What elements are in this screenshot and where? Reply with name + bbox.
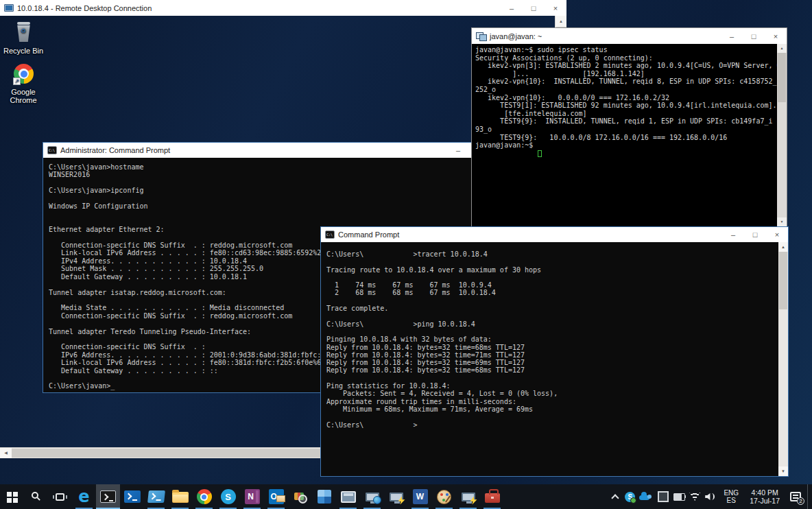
putty-close-button[interactable]: × [765, 28, 787, 44]
chrome-icon: ↗ [12, 62, 35, 86]
scroll-up-icon[interactable]: ▲ [777, 44, 787, 53]
putty-maximize-button[interactable]: □ [743, 28, 765, 44]
shortcut-arrow-icon: ↗ [13, 78, 21, 85]
cmd-terminal[interactable]: C:\Users\ >tracert 10.0.18.4 Tracing rou… [321, 242, 788, 476]
terminal-cursor [538, 150, 542, 157]
skype-tray-icon[interactable]: S [625, 492, 635, 502]
chrome-icon [197, 489, 212, 504]
desktop-icon-label: Google Chrome [1, 88, 45, 104]
admin-cmd-title: Administrator: Command Prompt [60, 146, 170, 154]
scroll-down-icon[interactable]: ▼ [778, 466, 788, 476]
command-prompt-window: C:\ Command Prompt – □ × C:\Users\ >trac… [320, 226, 789, 477]
taskbar-clock[interactable]: 4:40 PM 17-Jul-17 [745, 488, 784, 505]
taskbar: eSNOW S ENG ES 4:40 PM 17-Jul-17 2 [0, 484, 812, 509]
desktop-icon-google-chrome[interactable]: ↗ Google Chrome [1, 62, 45, 104]
vm-tray-icon[interactable] [657, 490, 669, 503]
command-prompt-icon: C:\ [47, 146, 57, 154]
admin-cmd-minimize-button[interactable]: – [448, 143, 468, 158]
taskbar-button-onenote[interactable]: N [240, 484, 264, 509]
cmd-maximize-button[interactable]: □ [744, 227, 766, 242]
putty-terminal[interactable]: javan@javan:~$ sudo ipsec status Securit… [472, 44, 787, 226]
clock-date: 17-Jul-17 [750, 497, 780, 505]
putty-minimize-button[interactable]: – [721, 28, 743, 44]
cmd-scrollbar[interactable]: ▲ ▼ [778, 242, 788, 476]
rdp-file-2-icon [462, 493, 475, 501]
cmd-close-button[interactable]: × [766, 227, 788, 242]
rdp-titlebar[interactable]: 10.0.18.4 - Remote Desktop Connection – … [0, 0, 566, 16]
scroll-down-icon[interactable]: ▼ [777, 217, 787, 226]
putty-window: javan@javan: ~ – □ × javan@javan:~$ sudo… [471, 27, 787, 227]
taskbar-button-task-view[interactable] [48, 484, 72, 509]
language-secondary: ES [720, 497, 742, 504]
scroll-up-icon[interactable]: ▲ [556, 16, 566, 27]
putty-title: javan@javan: ~ [490, 32, 542, 40]
taskbar-button-powershell[interactable] [120, 484, 144, 509]
putty-scroll-thumb[interactable] [778, 53, 786, 102]
putty-terminal-text[interactable]: javan@javan:~$ sudo ipsec status Securit… [472, 44, 777, 226]
taskbar-button-paint[interactable] [432, 484, 456, 509]
wifi-icon[interactable] [689, 490, 701, 503]
remote-desktop-icon [4, 4, 14, 12]
taskbar-button-chrome[interactable] [192, 484, 216, 509]
file-explorer-icon [172, 492, 189, 503]
show-desktop-button[interactable] [807, 484, 811, 509]
word-icon: W [413, 489, 428, 504]
task-view-icon [56, 493, 64, 501]
scroll-up-icon[interactable]: ▲ [778, 242, 788, 252]
taskbar-button-search[interactable] [24, 484, 48, 509]
cmd-titlebar[interactable]: C:\ Command Prompt – □ × [321, 227, 788, 242]
putty-scrollbar[interactable]: ▲ ▼ [777, 44, 787, 226]
taskbar-button-file-explorer[interactable] [168, 484, 192, 509]
cmd-scroll-thumb[interactable] [779, 252, 787, 309]
paint-icon [437, 490, 451, 504]
local-desktop: { "rdp": { "title": "10.0.18.4 - Remote … [0, 0, 812, 509]
rdp-window-title: 10.0.18.4 - Remote Desktop Connection [17, 4, 152, 12]
admin-cmd-titlebar[interactable]: C:\ Administrator: Command Prompt – □ × [43, 143, 534, 158]
language-indicator[interactable]: ENG ES [720, 489, 742, 504]
hidden-icons-chevron-icon[interactable] [609, 490, 621, 503]
desktop-icon-recycle-bin[interactable]: ♻ Recycle Bin [1, 21, 45, 55]
recycle-bin-icon: ♻ [12, 21, 35, 45]
taskbar-button-rdp-file[interactable] [384, 484, 408, 509]
desktop-icon-label: Recycle Bin [1, 47, 45, 55]
action-center-button[interactable]: 2 [787, 484, 804, 509]
language-primary: ENG [720, 489, 742, 497]
cmd-title: Command Prompt [338, 230, 399, 239]
taskbar-button-command-prompt[interactable] [96, 484, 120, 509]
rdp-maximize-button[interactable]: □ [523, 0, 545, 16]
onedrive-icon[interactable] [638, 490, 654, 503]
taskbar-button-toolbox[interactable] [480, 484, 504, 509]
system-tray: S ENG ES 4:40 PM 17-Jul-17 2 [609, 484, 812, 509]
rdp-close-button[interactable]: × [545, 0, 566, 16]
taskbar-button-rdp-file-2[interactable] [456, 484, 480, 509]
volume-icon[interactable] [704, 490, 717, 503]
vm-console-icon [341, 491, 356, 503]
onenote-icon: N [245, 489, 260, 504]
outlook-icon: O [269, 489, 284, 504]
cmd-minimize-button[interactable]: – [722, 227, 744, 242]
taskbar-button-skype[interactable]: S [216, 484, 240, 509]
search-icon [32, 492, 38, 499]
toolbox-icon [485, 493, 500, 503]
remote-pc-icon [366, 493, 379, 501]
scroll-left-icon[interactable]: ◀ [0, 448, 12, 458]
taskbar-button-edge[interactable]: e [72, 484, 96, 509]
taskbar-button-rdc-manager[interactable] [312, 484, 336, 509]
edge-icon: e [78, 488, 89, 505]
taskbar-button-outlook[interactable]: O [264, 484, 288, 509]
battery-icon[interactable] [673, 490, 685, 503]
taskbar-button-search-tool[interactable] [288, 484, 312, 509]
command-prompt-icon [100, 490, 116, 503]
taskbar-button-powershell-2[interactable] [144, 484, 168, 509]
taskbar-button-start[interactable] [0, 484, 24, 509]
rdp-minimize-button[interactable]: – [501, 0, 523, 16]
rdp-file-icon [390, 493, 403, 501]
skype-icon: S [221, 489, 236, 504]
cmd-terminal-text[interactable]: C:\Users\ >tracert 10.0.18.4 Tracing rou… [321, 242, 778, 476]
search-tool-icon [294, 490, 307, 504]
rdc-manager-icon [318, 490, 331, 504]
taskbar-button-vm-console[interactable] [336, 484, 360, 509]
taskbar-button-remote-pc[interactable] [360, 484, 384, 509]
taskbar-button-word[interactable]: W [408, 484, 432, 509]
putty-titlebar[interactable]: javan@javan: ~ – □ × [472, 28, 787, 44]
